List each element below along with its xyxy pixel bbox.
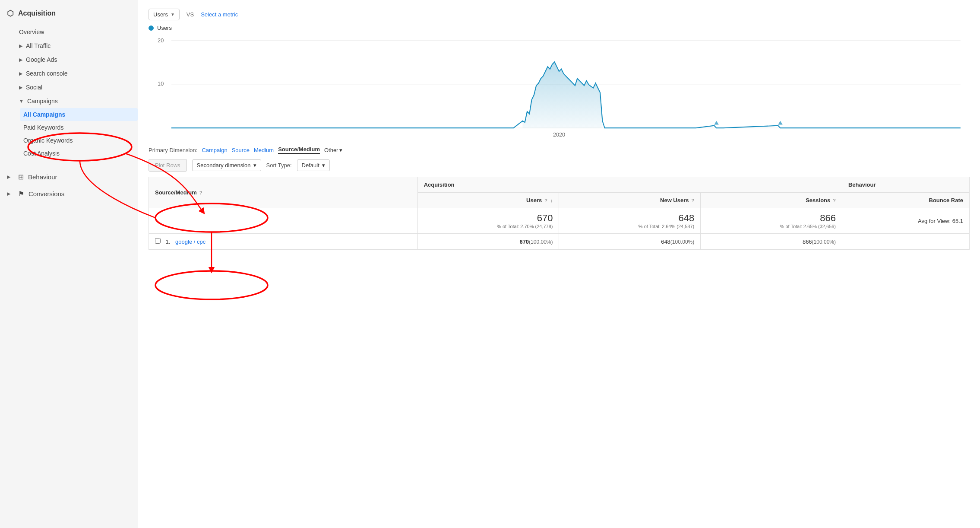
row-users-cell: 670(100.00%)	[417, 234, 559, 250]
grid-icon: ⊞	[18, 173, 24, 181]
other-label: Other	[324, 147, 338, 153]
th-new-users-label: New Users	[660, 197, 689, 204]
totals-sessions-count: 866	[707, 213, 836, 224]
sidebar-label-behaviour: Behaviour	[28, 173, 57, 181]
other-dropdown[interactable]: Other ▾	[324, 147, 343, 153]
sidebar-item-all-campaigns[interactable]: All Campaigns	[20, 108, 138, 121]
secondary-dim-dropdown[interactable]: Secondary dimension ▾	[192, 159, 261, 171]
totals-new-users-count: 648	[565, 213, 694, 224]
totals-users: 670 % of Total: 2.70% (24,778)	[417, 208, 559, 234]
sidebar-label-cost-analysis: Cost Analysis	[23, 150, 60, 157]
svg-text:20: 20	[158, 37, 164, 43]
sidebar-label-conversions: Conversions	[28, 190, 64, 197]
info-icon-source[interactable]: ?	[199, 190, 202, 195]
dim-source-medium[interactable]: Source/Medium	[278, 146, 320, 154]
totals-label	[149, 208, 418, 234]
sidebar-item-campaigns[interactable]: ▼ Campaigns	[12, 94, 138, 108]
chart-svg: 20 10 2020	[149, 34, 970, 137]
toolbar: Plot Rows Secondary dimension ▾ Sort Typ…	[149, 159, 970, 172]
sidebar-item-google-ads[interactable]: ▶ Google Ads	[12, 53, 138, 67]
th-source-medium: Source/Medium ?	[149, 177, 418, 208]
sidebar-item-acquisition[interactable]: ⬡ Acquisition	[0, 4, 138, 25]
arrow-google-ads: ▶	[19, 57, 22, 63]
info-icon-sessions[interactable]: ?	[833, 198, 836, 203]
totals-row: 670 % of Total: 2.70% (24,778) 648 % of …	[149, 208, 970, 234]
dim-campaign[interactable]: Campaign	[202, 147, 227, 153]
chevron-down-icon: ▼	[171, 12, 175, 17]
sidebar-label-search-console: Search console	[26, 70, 68, 77]
th-sessions-label: Sessions	[806, 197, 830, 204]
dim-medium[interactable]: Medium	[254, 147, 274, 153]
row-bounce-cell	[842, 234, 969, 250]
sidebar-item-organic-keywords[interactable]: Organic Keywords	[20, 134, 138, 147]
sidebar-label-all-campaigns: All Campaigns	[23, 111, 65, 118]
sidebar-item-behaviour[interactable]: ▶ ⊞ Behaviour	[0, 169, 138, 185]
sidebar: ⬡ Acquisition Overview ▶ All Traffic ▶ G…	[0, 0, 138, 528]
row-new-users-count: 648(100.00%)	[661, 239, 694, 245]
totals-bounce-value: Avg for View: 65.1	[918, 218, 963, 224]
sort-type-label: Sort Type:	[266, 162, 292, 169]
sort-icon-users[interactable]: ↓	[550, 198, 553, 203]
row-checkbox[interactable]	[155, 238, 161, 244]
metric-dropdown[interactable]: Users ▼	[149, 9, 180, 20]
totals-new-users-pct: % of Total: 2.64% (24,587)	[565, 224, 694, 229]
plot-rows-button[interactable]: Plot Rows	[149, 159, 187, 172]
arrow-conversions: ▶	[7, 191, 10, 197]
table-row: 1. google / cpc 670(100.00%) 648(100.00%…	[149, 234, 970, 250]
sidebar-item-conversions[interactable]: ▶ ⚑ Conversions	[0, 185, 138, 202]
sidebar-item-search-console[interactable]: ▶ Search console	[12, 67, 138, 80]
svg-text:2020: 2020	[553, 131, 565, 137]
info-icon-new-users[interactable]: ?	[692, 198, 695, 203]
th-behaviour: Behaviour	[842, 177, 969, 193]
sec-dim-label: Secondary dimension	[197, 162, 251, 169]
th-new-users: New Users ?	[559, 193, 701, 208]
sidebar-top-label: Acquisition	[18, 10, 56, 17]
dim-source[interactable]: Source	[232, 147, 250, 153]
select-metric-link[interactable]: Select a metric	[201, 11, 238, 18]
sidebar-label-paid-keywords: Paid Keywords	[23, 124, 63, 131]
chevron-sec-dim-icon: ▾	[253, 162, 256, 169]
svg-marker-8	[778, 121, 783, 125]
row-sessions-count: 866(100.00%)	[803, 239, 836, 245]
totals-new-users: 648 % of Total: 2.64% (24,587)	[559, 208, 701, 234]
sidebar-item-social[interactable]: ▶ Social	[12, 80, 138, 94]
sidebar-label-overview: Overview	[19, 29, 44, 35]
vs-label: VS	[187, 11, 194, 18]
acquisition-icon: ⬡	[7, 9, 14, 18]
primary-dim-label: Primary Dimension:	[149, 147, 197, 153]
th-users: Users ? ↓	[417, 193, 559, 208]
row-source-cell: 1. google / cpc	[149, 234, 418, 250]
th-users-label: Users	[526, 197, 542, 204]
th-source-medium-label: Source/Medium	[155, 189, 197, 196]
sidebar-item-overview[interactable]: Overview	[12, 25, 138, 39]
chart-legend: Users	[149, 25, 970, 31]
totals-users-pct: % of Total: 2.70% (24,778)	[424, 224, 553, 229]
row-users-count: 670(100.00%)	[519, 239, 553, 245]
data-table: Source/Medium ? Acquisition Behaviour Us…	[149, 177, 970, 250]
chevron-sort-icon: ▾	[322, 162, 325, 169]
chart-container: 20 10 2020	[149, 34, 970, 137]
sidebar-item-cost-analysis[interactable]: Cost Analysis	[20, 147, 138, 160]
totals-bounce-rate: Avg for View: 65.1	[842, 208, 969, 234]
sidebar-label-all-traffic: All Traffic	[26, 42, 51, 49]
arrow-campaigns: ▼	[19, 99, 24, 104]
chevron-other-icon: ▾	[339, 147, 342, 153]
svg-marker-6	[522, 62, 602, 128]
legend-dot-users	[149, 25, 154, 31]
row-num: 1.	[166, 239, 171, 245]
sidebar-item-all-traffic[interactable]: ▶ All Traffic	[12, 39, 138, 53]
sidebar-label-organic-keywords: Organic Keywords	[23, 137, 73, 144]
chart-header: Users ▼ VS Select a metric	[149, 9, 970, 20]
svg-marker-7	[714, 121, 719, 125]
row-sessions-cell: 866(100.00%)	[701, 234, 842, 250]
row-link-google-cpc[interactable]: google / cpc	[175, 239, 205, 245]
sidebar-bottom: ▶ ⊞ Behaviour ▶ ⚑ Conversions	[0, 169, 138, 202]
sidebar-sub-items: Overview ▶ All Traffic ▶ Google Ads ▶ Se…	[0, 25, 138, 108]
info-icon-users[interactable]: ?	[544, 198, 547, 203]
sidebar-campaigns-sub: All Campaigns Paid Keywords Organic Keyw…	[0, 108, 138, 160]
sort-default-label: Default	[302, 162, 319, 169]
sort-dropdown[interactable]: Default ▾	[297, 159, 330, 171]
th-sessions: Sessions ?	[701, 193, 842, 208]
th-bounce-label: Bounce Rate	[929, 197, 963, 204]
sidebar-item-paid-keywords[interactable]: Paid Keywords	[20, 121, 138, 134]
